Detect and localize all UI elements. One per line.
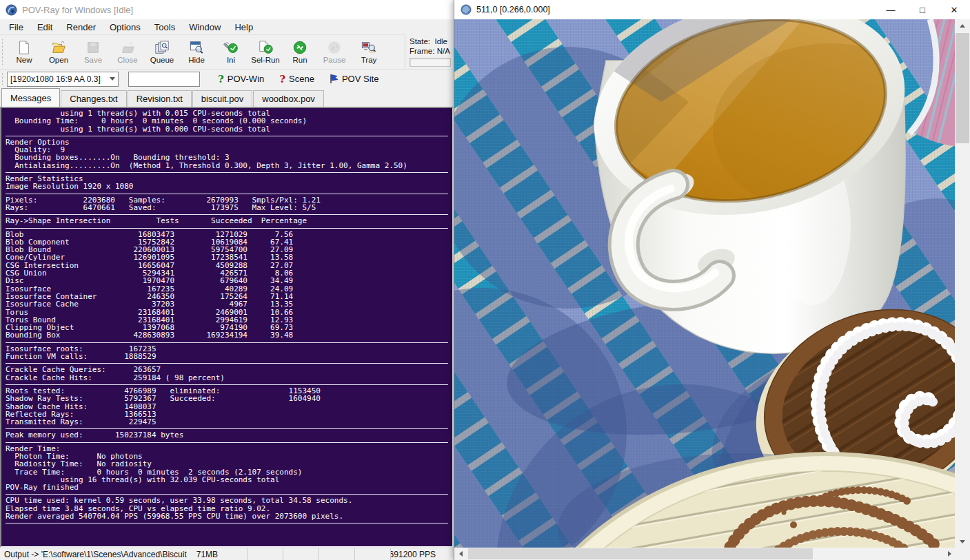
message-separator (6, 494, 448, 495)
screen: POV-Ray for Windows [Idle] FileEditRende… (0, 0, 970, 560)
frame-value: N/A (437, 47, 450, 55)
help-green-icon: ? (218, 73, 224, 85)
toolbar-button-label: Sel-Run (251, 56, 280, 64)
message-line: using 1 thread(s) with 0.000 CPU-seconds… (6, 125, 448, 133)
scroll-down-arrow[interactable] (955, 535, 970, 548)
ini-button[interactable]: Ini (214, 37, 248, 68)
tab-messages[interactable]: Messages (1, 88, 60, 107)
secondary-toolbar: [1920x1080 16:9 AA 0.3] ?POV-Win?ScenePO… (0, 69, 454, 88)
message-line: Rays: 6470661 Saved: 173975 Max Level: 5… (6, 204, 448, 211)
tab-biscuit-pov[interactable]: biscuit.pov (192, 90, 252, 107)
ini-icon (223, 40, 239, 55)
flag-blue-icon (330, 74, 339, 84)
close-icon (119, 40, 136, 55)
message-separator (6, 214, 448, 215)
minimize-button[interactable]: — (875, 0, 907, 19)
tab-revision-txt[interactable]: Revision.txt (128, 90, 192, 107)
toolbar-button-label: Ini (227, 56, 235, 64)
scroll-right-arrow[interactable] (943, 548, 956, 560)
toolbar-button-label: Hide (188, 56, 205, 64)
message-separator (6, 228, 448, 229)
save-icon (85, 40, 101, 55)
help-link-label: POV-Win (228, 74, 264, 84)
status-segment (283, 548, 319, 560)
scroll-left-arrow[interactable] (454, 548, 467, 560)
toolbar-button-label: Tray (361, 56, 377, 64)
render-window-icon (461, 4, 472, 15)
status-file-size: 71MB (196, 550, 218, 559)
open-button[interactable]: Open (41, 37, 76, 68)
vertical-scroll-thumb[interactable] (956, 33, 969, 143)
scrollbar-corner (955, 548, 970, 560)
status-output-path: Output -> 'E:\software\1\Scenes\Advanced… (0, 548, 247, 560)
horizontal-scrollbar[interactable] (454, 548, 956, 560)
help-link-label: POV Site (342, 74, 378, 84)
horizontal-scroll-thumb[interactable] (468, 548, 813, 559)
message-line: Peak memory used: 150237184 bytes (6, 431, 448, 439)
menu-options[interactable]: Options (103, 21, 148, 34)
queue-icon (154, 40, 170, 55)
message-line: Isosurface Cache 37203 4967 13.35 (6, 300, 448, 308)
new-button[interactable]: New (7, 37, 41, 68)
tab-woodbox-pov[interactable]: woodbox.pov (253, 90, 324, 107)
menu-tools[interactable]: Tools (148, 21, 182, 34)
scene-link[interactable]: ?Scene (279, 73, 314, 85)
tray-button[interactable]: Tray (352, 37, 386, 68)
message-separator (6, 363, 448, 364)
svg-text:2: 2 (336, 44, 338, 48)
resolution-preset-dropdown[interactable]: [1920x1080 16:9 AA 0.3] (7, 72, 119, 87)
status-segment (354, 548, 390, 560)
command-line-input[interactable] (128, 72, 200, 87)
message-separator (6, 172, 448, 173)
run-button[interactable]: Run (283, 37, 317, 68)
message-separator (6, 342, 448, 343)
maximize-button[interactable]: □ (907, 0, 938, 19)
message-line: Antialiasing.........On (Method 1, Thres… (6, 162, 448, 169)
message-line: Disc 1970470 679640 34.49 (6, 277, 448, 284)
scroll-up-arrow[interactable] (955, 19, 970, 32)
pause-button: z2Pause (317, 37, 352, 68)
tab-changes-txt[interactable]: Changes.txt (61, 90, 126, 107)
vertical-scrollbar[interactable] (955, 19, 970, 548)
help-red-icon: ? (279, 73, 285, 85)
message-line: Bounding Box 428630893 169234194 39.48 (6, 331, 448, 339)
menu-render[interactable]: Render (59, 21, 103, 34)
render-window-title: 511,0 [0.266,0.000] (476, 5, 875, 14)
chevron-down-icon (110, 77, 115, 81)
message-separator (6, 194, 448, 194)
message-line: Transmitted Rays: 229475 (6, 418, 448, 426)
resolution-preset-value: [1920x1080 16:9 AA 0.3] (10, 74, 108, 84)
queue-button[interactable]: Queue (145, 37, 179, 68)
pov-win-link[interactable]: ?POV-Win (218, 73, 264, 85)
status-segment (247, 548, 283, 560)
menu-file[interactable]: File (2, 21, 30, 34)
messages-panel[interactable]: using 1 thread(s) with 0.015 CPU-seconds… (0, 107, 454, 548)
menu-bar: FileEditRenderOptionsToolsWindowHelp (0, 19, 454, 34)
sel-run-button[interactable]: Sel-Run (248, 37, 283, 68)
pov-site-link[interactable]: POV Site (330, 74, 378, 84)
state-row: State: Idle (410, 37, 454, 46)
message-line: Render averaged 540704.04 PPS (59968.55 … (6, 512, 448, 520)
menu-window[interactable]: Window (182, 21, 228, 34)
message-separator (6, 136, 448, 136)
menu-help[interactable]: Help (228, 21, 260, 34)
menu-edit[interactable]: Edit (30, 21, 59, 34)
hide-button[interactable]: Hide (179, 37, 214, 68)
toolbar-button-label: Pause (323, 56, 346, 64)
toolbar-button-label: Run (292, 56, 307, 64)
povray-main-window: POV-Ray for Windows [Idle] FileEditRende… (0, 0, 454, 560)
status-bar: Output -> 'E:\software\1\Scenes\Advanced… (0, 548, 454, 560)
close-button[interactable]: ✕ (938, 0, 970, 19)
hide-icon (188, 40, 205, 55)
render-progress-bar (410, 58, 451, 67)
state-value: Idle (434, 37, 447, 45)
message-line: Crackle Cache Hits: 259184 ( 98 percent) (6, 374, 448, 382)
message-line: POV-Ray finished (6, 484, 448, 491)
message-separator (6, 523, 448, 523)
message-line: Shadow Ray Tests: 5792367 Succeeded: 160… (6, 395, 448, 402)
rendered-image (454, 19, 956, 548)
toolbar-button-label: Open (49, 56, 68, 64)
message-line: Crackle Cache Queries: 263657 (6, 366, 448, 373)
help-link-label: Scene (289, 74, 314, 84)
state-panel: State: Idle Frame: N/A (405, 34, 454, 69)
